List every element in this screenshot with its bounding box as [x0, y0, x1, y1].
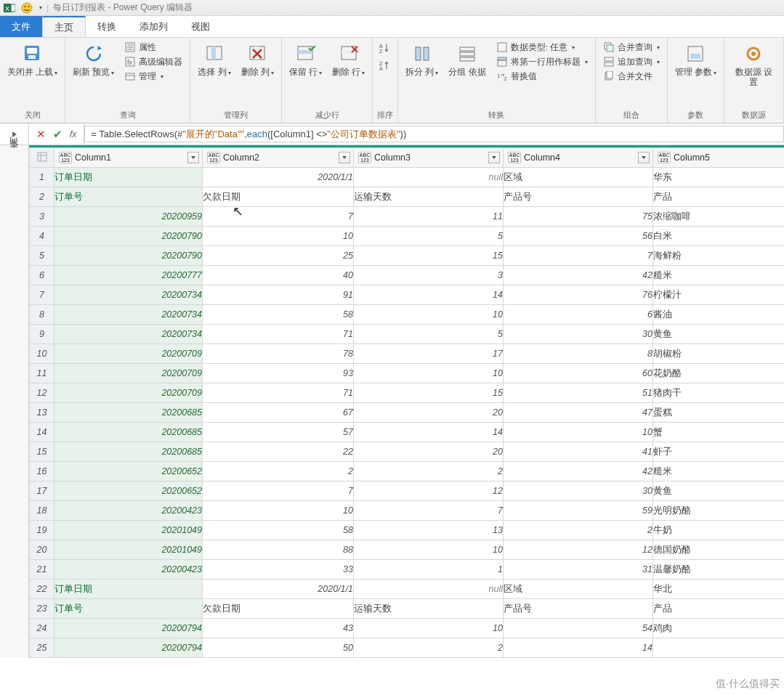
table-row[interactable]: 2订单号欠款日期运输天数产品号产品: [30, 187, 785, 207]
cell[interactable]: 欠款日期: [203, 187, 354, 207]
combine-files-button[interactable]: 合并文件: [600, 70, 663, 83]
table-row[interactable]: 1320200685672047蛋糕: [30, 403, 785, 423]
cell[interactable]: 14: [354, 423, 504, 442]
cell[interactable]: 酱油: [653, 305, 785, 325]
row-number[interactable]: 15: [30, 442, 54, 462]
cell[interactable]: 20200423: [54, 560, 203, 580]
cell[interactable]: 3: [354, 266, 504, 285]
cancel-formula-button[interactable]: ✕: [36, 128, 46, 141]
tab-view[interactable]: 视图: [179, 16, 222, 37]
column-header-5[interactable]: ABC123Column5: [653, 148, 785, 168]
row-number[interactable]: 11: [30, 364, 54, 383]
choose-columns-button[interactable]: 选择 列▾: [195, 41, 233, 80]
row-number[interactable]: 20: [30, 540, 54, 560]
qat-dropdown-icon[interactable]: ▾: [39, 4, 42, 11]
split-column-button[interactable]: 拆分 列▾: [403, 41, 441, 80]
cell[interactable]: 57: [203, 423, 354, 442]
datatype-any-icon[interactable]: ABC123: [59, 152, 72, 163]
cell[interactable]: 54: [504, 619, 653, 638]
cell[interactable]: 光明奶酪: [653, 501, 785, 521]
cell[interactable]: 13: [354, 521, 504, 540]
cell[interactable]: 产品: [653, 187, 785, 207]
cell[interactable]: 20200685: [54, 442, 203, 462]
cell[interactable]: 20: [354, 442, 504, 462]
keep-rows-button[interactable]: 保留 行▾: [286, 41, 325, 80]
cell[interactable]: 牛奶: [653, 521, 785, 540]
sort-asc-button[interactable]: AZ: [377, 41, 392, 55]
cell[interactable]: 2: [354, 638, 504, 658]
cell[interactable]: 42: [504, 266, 653, 285]
cell[interactable]: 10: [354, 364, 504, 383]
cell[interactable]: 12: [504, 540, 653, 560]
cell[interactable]: 2: [354, 462, 504, 481]
cell[interactable]: 20200794: [54, 619, 203, 638]
cell[interactable]: 黄鱼: [653, 481, 785, 501]
cell[interactable]: 20201049: [54, 540, 203, 560]
table-row[interactable]: 1420200685571410蟹: [30, 423, 785, 442]
sort-desc-button[interactable]: ZA: [377, 58, 392, 73]
cell[interactable]: 14: [354, 285, 504, 305]
row-number[interactable]: 5: [30, 246, 54, 266]
row-number[interactable]: 12: [30, 383, 54, 403]
cell[interactable]: 糙米: [653, 462, 785, 481]
table-row[interactable]: 172020065271230黄鱼: [30, 481, 785, 501]
table-row[interactable]: 252020079450214: [30, 638, 785, 658]
row-number[interactable]: 4: [30, 227, 54, 246]
row-number[interactable]: 13: [30, 403, 54, 423]
cell[interactable]: 7: [203, 481, 354, 501]
row-number[interactable]: 8: [30, 305, 54, 325]
cell[interactable]: 20200790: [54, 246, 203, 266]
table-row[interactable]: 1订单日期2020/1/1null区域华东: [30, 168, 785, 187]
cell[interactable]: 78: [203, 344, 354, 364]
row-number[interactable]: 22: [30, 580, 54, 599]
group-by-button[interactable]: 分组 依据: [445, 41, 488, 78]
cell[interactable]: 区域: [504, 580, 653, 599]
remove-rows-button[interactable]: 删除 行▾: [329, 41, 368, 80]
cell[interactable]: 20200685: [54, 423, 203, 442]
tab-home[interactable]: 主页: [42, 16, 86, 37]
cell[interactable]: 10: [504, 423, 653, 442]
cell[interactable]: 运输天数: [354, 599, 504, 619]
cell[interactable]: 7: [203, 207, 354, 227]
cell[interactable]: 1: [354, 560, 504, 580]
cell[interactable]: 20200709: [54, 344, 203, 364]
cell[interactable]: 黄鱼: [653, 325, 785, 344]
cell[interactable]: 20200794: [54, 638, 203, 658]
cell[interactable]: 德国奶酪: [653, 540, 785, 560]
table-row[interactable]: 2020201049881012德国奶酪: [30, 540, 785, 560]
cell[interactable]: 订单号: [54, 599, 203, 619]
cell[interactable]: 2: [203, 462, 354, 481]
cell[interactable]: 22: [203, 442, 354, 462]
advanced-editor-button[interactable]: fx高级编辑器: [121, 55, 185, 68]
row-number[interactable]: 2: [30, 187, 54, 207]
append-queries-button[interactable]: 追加查询▾: [600, 55, 663, 68]
cell[interactable]: 91: [203, 285, 354, 305]
cell[interactable]: 31: [504, 560, 653, 580]
cell[interactable]: 运输天数: [354, 187, 504, 207]
tab-file[interactable]: 文件: [0, 16, 42, 37]
cell[interactable]: 6: [504, 305, 653, 325]
cell[interactable]: 75: [504, 207, 653, 227]
table-row[interactable]: 52020079025157海鲜粉: [30, 246, 785, 266]
table-row[interactable]: 182020042310759光明奶酪: [30, 501, 785, 521]
datatype-any-icon[interactable]: ABC123: [658, 152, 671, 163]
cell[interactable]: 42: [504, 462, 653, 481]
queries-pane-expand-button[interactable]: [0, 123, 29, 145]
accept-formula-button[interactable]: ✔: [53, 128, 62, 141]
cell[interactable]: 20200423: [54, 501, 203, 521]
cell[interactable]: 花奶酪: [653, 364, 785, 383]
cell[interactable]: 猪肉干: [653, 383, 785, 403]
row-number[interactable]: 17: [30, 481, 54, 501]
cell[interactable]: 胡椒粉: [653, 344, 785, 364]
table-row[interactable]: 1220200709711551猪肉干: [30, 383, 785, 403]
row-number[interactable]: 19: [30, 521, 54, 540]
data-grid[interactable]: ↖ ABC123Column1 ABC123Column2 ABC123Colu…: [29, 145, 784, 658]
cell[interactable]: 67: [203, 403, 354, 423]
cell[interactable]: 2020/1/1: [203, 580, 354, 599]
cell[interactable]: 蛋糕: [653, 403, 785, 423]
replace-values-button[interactable]: 12替换值: [493, 70, 591, 83]
cell[interactable]: 50: [203, 638, 354, 658]
filter-button[interactable]: [638, 152, 650, 163]
cell[interactable]: 柠檬汁: [653, 285, 785, 305]
cell[interactable]: 20200734: [54, 285, 203, 305]
